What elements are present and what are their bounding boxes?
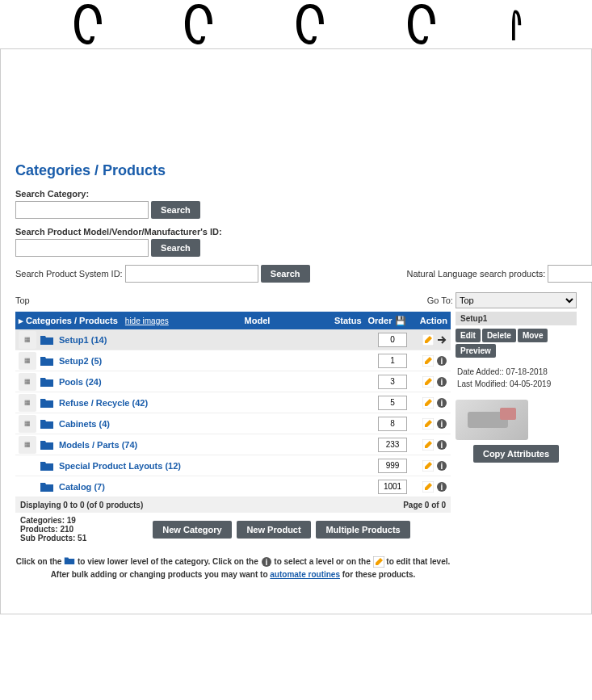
search-category-label: Search Category: xyxy=(15,189,577,199)
info-icon[interactable]: i xyxy=(436,376,447,388)
edit-icon[interactable] xyxy=(422,460,434,472)
edit-icon[interactable] xyxy=(422,397,434,409)
th-order-label: Order xyxy=(367,316,392,325)
category-name-link[interactable]: Special Product Layouts (12) xyxy=(59,461,378,471)
detail-last-modified: Last Modified: 04-05-2019 xyxy=(457,378,575,390)
row-thumbnail: ▦ xyxy=(19,352,36,370)
detail-thumbnail xyxy=(456,400,528,440)
folder-icon[interactable] xyxy=(40,397,54,409)
row-thumbnail: ▦ xyxy=(19,415,36,433)
search-natural-input[interactable] xyxy=(548,265,592,283)
th-model-label: Model xyxy=(180,316,334,325)
help-text: Click on the to view lower level of the … xyxy=(15,555,451,581)
displaying-text: Displaying 0 to 0 (of 0 products) xyxy=(20,501,143,509)
row-thumbnail: ▦ xyxy=(19,394,36,412)
folder-icon[interactable] xyxy=(40,418,54,430)
info-icon[interactable]: i xyxy=(436,460,447,472)
category-row[interactable]: ▦Refuse / Recycle (42)i xyxy=(15,392,451,413)
order-input[interactable] xyxy=(378,438,407,452)
folder-icon[interactable] xyxy=(40,376,54,388)
save-order-icon[interactable]: 💾 xyxy=(395,316,406,325)
detail-preview-button[interactable]: Preview xyxy=(456,344,496,358)
edit-icon xyxy=(373,556,384,568)
category-name-link[interactable]: Catalog (7) xyxy=(59,482,378,492)
svg-text:i: i xyxy=(441,462,443,471)
goto-select[interactable]: Top xyxy=(456,292,577,308)
svg-text:i: i xyxy=(441,399,443,408)
svg-rect-26 xyxy=(500,408,516,420)
hide-images-link[interactable]: hide images xyxy=(125,316,169,325)
order-input[interactable] xyxy=(378,396,407,410)
multiple-products-button[interactable]: Multiple Products xyxy=(316,521,409,539)
order-input[interactable] xyxy=(378,459,407,473)
row-thumbnail: ▦ xyxy=(19,373,36,391)
info-icon[interactable]: i xyxy=(436,439,447,451)
search-category-input[interactable] xyxy=(15,201,149,219)
folder-icon[interactable] xyxy=(40,355,54,367)
search-product-id-input[interactable] xyxy=(15,239,149,257)
category-name-link[interactable]: Pools (24) xyxy=(59,377,378,387)
edit-icon[interactable] xyxy=(422,418,434,430)
folder-icon xyxy=(64,556,75,568)
info-icon[interactable]: i xyxy=(436,355,447,367)
detail-title: Setup1 xyxy=(456,312,577,325)
stats-products: Products: 210 xyxy=(20,525,117,534)
folder-icon[interactable] xyxy=(40,439,54,451)
row-thumbnail: ▦ xyxy=(19,436,36,454)
svg-text:i: i xyxy=(441,357,443,366)
category-name-link[interactable]: Setup1 (14) xyxy=(59,335,378,345)
category-row[interactable]: ▦Pools (24)i xyxy=(15,371,451,392)
pagination-text: Page 0 of 0 xyxy=(403,501,446,509)
detail-edit-button[interactable]: Edit xyxy=(456,329,481,342)
edit-icon[interactable] xyxy=(422,334,434,346)
order-input[interactable] xyxy=(378,417,407,431)
info-icon[interactable]: i xyxy=(436,418,447,430)
binder-ring-icon xyxy=(178,0,219,57)
edit-icon[interactable] xyxy=(422,376,434,388)
info-icon[interactable]: i xyxy=(436,481,447,493)
th-categories-label: Categories / Products xyxy=(26,316,118,325)
folder-icon[interactable] xyxy=(40,481,54,493)
category-name-link[interactable]: Refuse / Recycle (42) xyxy=(59,398,378,408)
category-row[interactable]: ▦Models / Parts (74)i xyxy=(15,434,451,455)
category-row[interactable]: ▦Cabinets (4)i xyxy=(15,413,451,434)
order-input[interactable] xyxy=(378,333,407,347)
stats-sub: Sub Products: 51 xyxy=(20,534,117,543)
edit-icon[interactable] xyxy=(422,481,434,493)
th-action-label: Action xyxy=(407,316,447,325)
svg-text:i: i xyxy=(441,441,443,450)
folder-icon[interactable] xyxy=(40,460,54,472)
automate-routines-link[interactable]: automate routines xyxy=(270,570,340,579)
arrow-right-icon[interactable] xyxy=(436,334,447,346)
order-input[interactable] xyxy=(378,480,407,494)
category-row[interactable]: Catalog (7)i xyxy=(15,476,451,497)
stats-categories: Categories: 19 xyxy=(20,516,117,525)
folder-icon[interactable] xyxy=(40,334,54,346)
search-category-button[interactable]: Search xyxy=(151,201,200,219)
new-product-button[interactable]: New Product xyxy=(237,521,310,539)
breadcrumb: Top xyxy=(15,296,30,305)
search-system-id-button[interactable]: Search xyxy=(261,265,310,283)
edit-icon[interactable] xyxy=(422,355,434,367)
row-thumbnail: ▦ xyxy=(19,331,36,349)
detail-move-button[interactable]: Move xyxy=(518,329,548,342)
order-input[interactable] xyxy=(378,354,407,368)
binder-ring-icon xyxy=(68,0,108,57)
category-row[interactable]: ▦Setup2 (5)i xyxy=(15,350,451,371)
detail-delete-button[interactable]: Delete xyxy=(482,329,516,342)
copy-attributes-button[interactable]: Copy Attributes xyxy=(473,445,559,463)
search-product-id-button[interactable]: Search xyxy=(151,239,200,257)
binder-ring-icon xyxy=(290,0,330,57)
category-name-link[interactable]: Models / Parts (74) xyxy=(59,440,378,450)
new-category-button[interactable]: New Category xyxy=(153,521,231,539)
category-name-link[interactable]: Cabinets (4) xyxy=(59,419,378,429)
edit-icon[interactable] xyxy=(422,439,434,451)
category-name-link[interactable]: Setup2 (5) xyxy=(59,356,378,366)
category-row[interactable]: Special Product Layouts (12)i xyxy=(15,455,451,476)
svg-text:i: i xyxy=(265,558,267,567)
search-product-id-label: Search Product Model/Vendor/Manufacturer… xyxy=(15,227,577,237)
order-input[interactable] xyxy=(378,375,407,389)
category-row[interactable]: ▦Setup1 (14) xyxy=(15,329,451,350)
search-system-id-input[interactable] xyxy=(125,265,258,283)
info-icon[interactable]: i xyxy=(436,397,447,409)
